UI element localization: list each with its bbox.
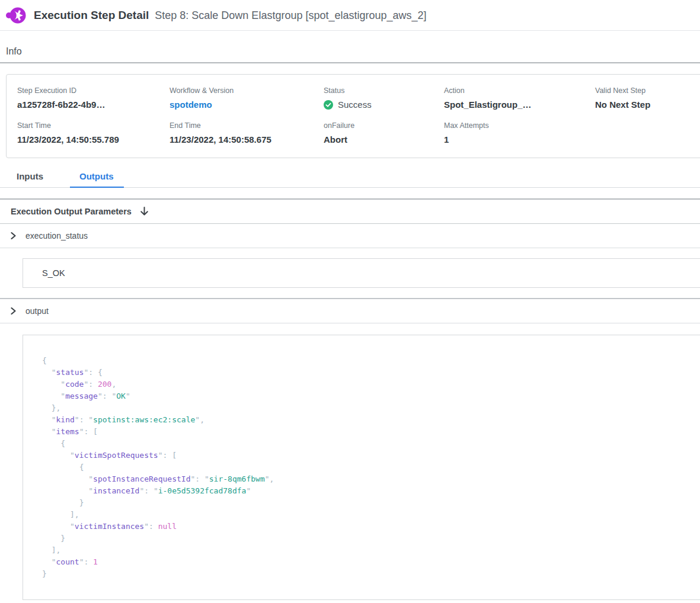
output-value-wrap: { "status": { "code": 200, "message": "O… — [0, 323, 700, 600]
execution-status-value: S_OK — [23, 258, 700, 288]
field-value: 11/23/2022, 14:50:58.675 — [170, 134, 324, 145]
field-valid-next-step: Valid Next Step No Next Step — [595, 86, 692, 110]
field-label: End Time — [170, 121, 324, 130]
tab-inputs[interactable]: Inputs — [7, 166, 53, 187]
status-text: Success — [338, 100, 372, 110]
chevron-right-icon — [10, 232, 17, 239]
field-max-attempts: Max Attempts 1 — [444, 121, 595, 145]
execution-output-parameters-header: Execution Output Parameters — [0, 200, 700, 224]
field-label: onFailure — [324, 121, 444, 130]
execution-status-value-wrap: S_OK — [0, 248, 700, 299]
field-value: a125728f-6b22-4b9… — [17, 100, 170, 110]
info-section-heading: Info — [0, 46, 700, 63]
field-label: Status — [324, 86, 444, 95]
execution-output-parameters-title: Execution Output Parameters — [11, 207, 132, 216]
workflow-link[interactable]: spotdemo — [170, 100, 324, 110]
field-status: Status Success — [324, 86, 444, 110]
field-value: 11/23/2022, 14:50:55.789 — [17, 134, 170, 145]
field-on-failure: onFailure Abort — [324, 121, 444, 145]
field-label: Step Execution ID — [17, 86, 170, 95]
grid-spacer — [595, 121, 692, 145]
param-name: execution_status — [25, 231, 88, 240]
field-value: No Next Step — [595, 100, 692, 110]
field-start-time: Start Time 11/23/2022, 14:50:55.789 — [17, 121, 170, 145]
output-json-viewer: { "status": { "code": 200, "message": "O… — [23, 335, 700, 600]
info-grid: Step Execution ID a125728f-6b22-4b9… Wor… — [17, 86, 692, 145]
field-label: Workflow & Version — [170, 86, 324, 95]
field-label: Action — [444, 86, 595, 95]
field-value: 1 — [444, 134, 595, 145]
page-subtitle: Step 8: Scale Down Elastgroup [spot_elas… — [155, 9, 426, 22]
page-title: Execution Step Detail — [34, 9, 149, 22]
down-arrow-icon[interactable] — [140, 207, 149, 216]
field-step-execution-id: Step Execution ID a125728f-6b22-4b9… — [17, 86, 170, 110]
tabs: Inputs Outputs — [0, 166, 700, 188]
field-workflow-version: Workflow & Version spotdemo — [170, 86, 324, 110]
field-action: Action Spot_Elastigroup_… — [444, 86, 595, 110]
param-name: output — [25, 306, 49, 316]
chevron-right-icon — [10, 307, 17, 315]
tab-outputs[interactable]: Outputs — [70, 166, 124, 188]
output-json-text: { "status": { "code": 200, "message": "O… — [42, 355, 684, 580]
field-value: Abort — [324, 134, 444, 145]
info-card: Step Execution ID a125728f-6b22-4b9… Wor… — [6, 74, 700, 158]
itential-logo-icon — [6, 7, 26, 24]
param-row-output[interactable]: output — [0, 299, 700, 323]
status-badge: Success — [324, 100, 444, 110]
field-end-time: End Time 11/23/2022, 14:50:58.675 — [170, 121, 324, 145]
field-label: Start Time — [17, 121, 170, 130]
param-row-execution-status[interactable]: execution_status — [0, 224, 700, 248]
field-label: Valid Next Step — [595, 86, 692, 95]
field-value: Spot_Elastigroup_… — [444, 100, 595, 110]
check-circle-icon — [324, 100, 333, 110]
field-label: Max Attempts — [444, 121, 595, 130]
page-header: Execution Step Detail Step 8: Scale Down… — [0, 0, 700, 31]
